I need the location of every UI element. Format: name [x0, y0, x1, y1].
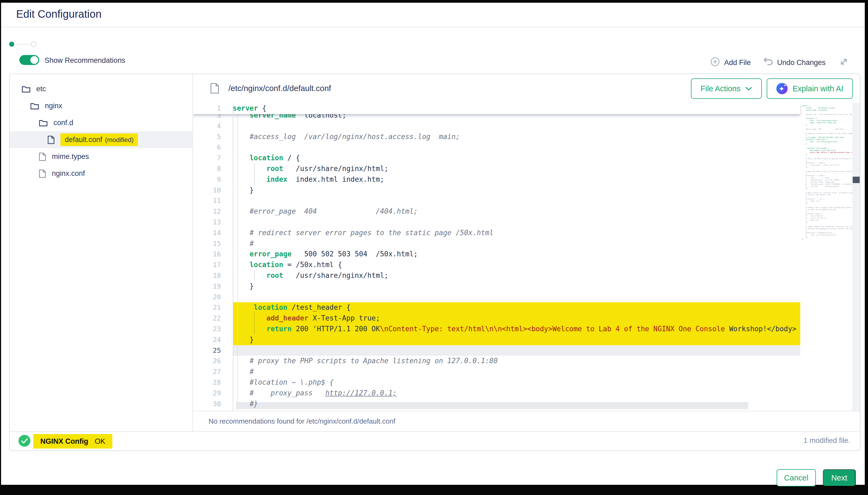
undo-changes-button[interactable]: Undo Changes: [763, 57, 825, 68]
check-circle-icon: [18, 434, 31, 448]
stepper-step-2: [31, 41, 36, 47]
header-divider: [1, 27, 865, 28]
code-line-10[interactable]: 10 }: [193, 185, 800, 196]
line-content: #location ~ \.php$ {: [233, 377, 800, 388]
code-line-18[interactable]: 18 root /usr/share/nginx/html;: [193, 270, 800, 281]
line-number: 30: [193, 399, 233, 409]
code-line-25[interactable]: 25: [193, 345, 800, 356]
code-line-5[interactable]: 5 #access_log /var/log/nginx/host.access…: [193, 132, 800, 142]
line-content: [233, 195, 800, 206]
nginx-config-value: OK: [95, 437, 105, 446]
add-file-button[interactable]: Add File: [710, 57, 751, 68]
file-tree: etcnginxconf.ddefault.conf(modified)mime…: [10, 74, 192, 431]
code-line-20[interactable]: 20: [193, 292, 800, 303]
code-line-26[interactable]: 26 # proxy the PHP scripts to Apache lis…: [193, 356, 800, 366]
screenshot-frame: Edit Configuration Show Recommendations …: [0, 0, 868, 495]
vertical-scrollbar[interactable]: [852, 103, 860, 411]
code-line-15[interactable]: 15 #: [193, 238, 800, 249]
line-number: 4: [193, 121, 233, 132]
tree-item-label: conf.d: [53, 119, 73, 127]
indent-guide: [254, 313, 255, 335]
code-line-22[interactable]: 22 add_header X-Test-App true;: [193, 313, 800, 324]
next-button[interactable]: Next: [823, 469, 856, 487]
line-number: 7: [193, 153, 233, 164]
file-icon: [48, 136, 54, 144]
code-line-7[interactable]: 7 location / {: [193, 153, 800, 164]
recommendations-bar: No recommendations found for /etc/nginx/…: [193, 411, 860, 431]
code-line-8[interactable]: 8 root /usr/share/nginx/html;: [193, 164, 800, 174]
code-line-9[interactable]: 9 index index.html index.htm;: [193, 174, 800, 185]
code-line-21[interactable]: 21 location /test_header {: [193, 302, 800, 313]
code-line-14[interactable]: 14 # redirect server error pages to the …: [193, 228, 800, 238]
line-number: 19: [193, 281, 233, 292]
configuration-panel: etcnginxconf.ddefault.conf(modified)mime…: [9, 73, 861, 451]
code-line-29[interactable]: 29 # proxy_pass http://127.0.0.1;: [193, 388, 800, 399]
code-line-24[interactable]: 24 }: [193, 335, 800, 345]
undo-changes-label: Undo Changes: [777, 58, 825, 67]
modified-count: 1 modified file.: [803, 437, 850, 445]
line-number: 29: [193, 388, 233, 399]
tree-item-etc[interactable]: etc: [10, 81, 192, 98]
line-number: 9: [193, 174, 233, 185]
line-number: 25: [193, 345, 233, 356]
explain-with-ai-button[interactable]: ✦✦ Explain with AI: [767, 79, 853, 99]
line-content: # proxy_pass http://127.0.0.1;: [233, 388, 800, 399]
explain-ai-label: Explain with AI: [792, 84, 843, 93]
line-content: root /usr/share/nginx/html;: [233, 164, 800, 174]
file-icon: [39, 169, 46, 178]
scrollbar-thumb[interactable]: [853, 177, 860, 183]
line-content: index index.html index.htm;: [233, 174, 800, 185]
code-line-30[interactable]: 30 #}: [193, 399, 800, 409]
code-line-27[interactable]: 27 #: [193, 366, 800, 377]
tree-item-nginx[interactable]: nginx: [10, 98, 192, 114]
code-line-12[interactable]: 12 #error_page 404 /404.html;: [193, 206, 800, 217]
folder-icon: [39, 119, 48, 127]
tree-item-label: nginx.conf: [52, 169, 85, 178]
sticky-line-1[interactable]: 1 server {: [193, 103, 800, 114]
code-editor[interactable]: 3 server_name localhost;45 #access_log /…: [193, 103, 860, 411]
add-file-label: Add File: [724, 58, 751, 67]
code-line-19[interactable]: 19 }: [193, 281, 800, 292]
code-line-17[interactable]: 17 location = /50x.html {: [193, 260, 800, 270]
line-number: 8: [193, 164, 233, 174]
toggle-knob: [30, 56, 38, 64]
plus-circle-icon: [710, 57, 720, 68]
line-content: [233, 142, 800, 153]
recommendations-message: No recommendations found for /etc/nginx/…: [209, 417, 395, 425]
stepper-step-1-active: [9, 41, 14, 47]
indent-guide: [237, 114, 238, 402]
code-line-23[interactable]: 23 return 200 'HTTP/1.1 200 OK\nContent-…: [193, 324, 800, 335]
tree-item-nginx.conf[interactable]: nginx.conf: [10, 165, 192, 182]
line-content: #: [233, 366, 800, 377]
line-number: 21: [193, 302, 233, 313]
line-number: 28: [193, 377, 233, 388]
file-actions-button[interactable]: File Actions: [691, 79, 762, 99]
line-content: location /test_header {: [233, 302, 800, 313]
line-number: 26: [193, 356, 233, 366]
line-number: 6: [193, 142, 233, 153]
show-recommendations-toggle[interactable]: [19, 55, 39, 65]
code-line-16[interactable]: 16 error_page 500 502 503 504 /50x.html;: [193, 249, 800, 260]
tree-item-default.conf[interactable]: default.conf(modified): [10, 131, 192, 148]
chevron-down-icon: [745, 84, 752, 93]
ai-sparkle-icon: ✦✦: [776, 83, 788, 94]
tree-item-label: etc: [36, 85, 46, 93]
line-content: # proxy the PHP scripts to Apache listen…: [233, 356, 800, 366]
minimap[interactable]: server { listen 80 default_server; serve…: [802, 105, 859, 346]
line-number: 23: [193, 324, 233, 335]
code-line-6[interactable]: 6: [193, 142, 800, 153]
code-lines[interactable]: 3 server_name localhost;45 #access_log /…: [193, 103, 800, 411]
tree-item-mime.types[interactable]: mime.types: [10, 148, 192, 165]
tree-item-conf.d[interactable]: conf.d: [10, 114, 192, 131]
code-line-4[interactable]: 4: [193, 121, 800, 132]
line-number: 15: [193, 238, 233, 249]
code-line-13[interactable]: 13: [193, 217, 800, 228]
line-content: [233, 345, 800, 356]
cancel-button[interactable]: Cancel: [776, 469, 816, 487]
line-number: 17: [193, 260, 233, 270]
expand-editor-button[interactable]: [838, 56, 850, 70]
code-line-28[interactable]: 28 #location ~ \.php$ {: [193, 377, 800, 388]
tree-item-label: mime.types: [52, 152, 89, 161]
line-content: #: [233, 238, 800, 249]
code-line-11[interactable]: 11: [193, 195, 800, 206]
